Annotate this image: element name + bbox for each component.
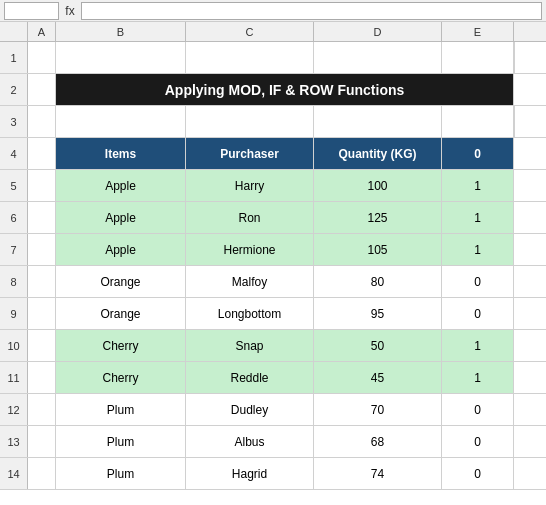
data-cell-0[interactable]: Plum <box>56 426 186 457</box>
row-number: 8 <box>0 266 28 297</box>
table-row: 5AppleHarry1001 <box>0 170 546 202</box>
row-number: 14 <box>0 458 28 489</box>
data-cell-2[interactable]: 105 <box>314 234 442 265</box>
formula-bar[interactable] <box>81 2 542 20</box>
data-cell-1[interactable] <box>186 106 314 137</box>
corner-header <box>0 22 28 41</box>
data-cell-3[interactable]: 0 <box>442 458 514 489</box>
data-cell-0[interactable]: Apple <box>56 170 186 201</box>
col-header-d: D <box>314 22 442 41</box>
data-cell-4[interactable] <box>514 42 515 73</box>
table-row: 10CherrySnap501 <box>0 330 546 362</box>
data-cell-1[interactable]: Ron <box>186 202 314 233</box>
data-cell-1[interactable] <box>186 42 314 73</box>
cell-a[interactable] <box>28 42 56 73</box>
cell-a[interactable] <box>28 234 56 265</box>
header-cell-0: Items <box>56 138 186 169</box>
data-cell-0[interactable]: Orange <box>56 298 186 329</box>
data-cell-2[interactable]: 80 <box>314 266 442 297</box>
data-cell-2[interactable] <box>314 42 442 73</box>
data-cell-1[interactable]: Malfoy <box>186 266 314 297</box>
data-cell-3[interactable] <box>442 106 514 137</box>
row-number: 11 <box>0 362 28 393</box>
table-row: 1 <box>0 42 546 74</box>
data-cell-0[interactable]: Apple <box>56 202 186 233</box>
table-row: 14PlumHagrid740 <box>0 458 546 490</box>
col-header-a: A <box>28 22 56 41</box>
data-cell-1[interactable]: Reddle <box>186 362 314 393</box>
data-cell-2[interactable]: 100 <box>314 170 442 201</box>
cell-a[interactable] <box>28 266 56 297</box>
header-cell-1: Purchaser <box>186 138 314 169</box>
table-row: 9OrangeLongbottom950 <box>0 298 546 330</box>
data-cell-3[interactable]: 1 <box>442 330 514 361</box>
data-cell-4[interactable] <box>514 106 515 137</box>
data-cell-2[interactable]: 50 <box>314 330 442 361</box>
col-header-e: E <box>442 22 514 41</box>
data-cell-2[interactable]: 74 <box>314 458 442 489</box>
data-cell-3[interactable]: 1 <box>442 170 514 201</box>
cell-a[interactable] <box>28 170 56 201</box>
data-cell-0[interactable]: Apple <box>56 234 186 265</box>
cell-a[interactable] <box>28 458 56 489</box>
data-cell-0[interactable]: Plum <box>56 394 186 425</box>
row-number: 13 <box>0 426 28 457</box>
data-cell-1[interactable]: Hermione <box>186 234 314 265</box>
data-cell-3[interactable]: 0 <box>442 394 514 425</box>
data-cell-3[interactable]: 1 <box>442 202 514 233</box>
fx-icon: fx <box>63 4 77 18</box>
row-number: 6 <box>0 202 28 233</box>
data-cell-2[interactable]: 68 <box>314 426 442 457</box>
cell-a[interactable] <box>28 202 56 233</box>
data-cell-1[interactable]: Dudley <box>186 394 314 425</box>
row-number: 1 <box>0 42 28 73</box>
data-cell-3[interactable]: 1 <box>442 234 514 265</box>
cell-a[interactable] <box>28 106 56 137</box>
cell-a[interactable] <box>28 298 56 329</box>
data-cell-3[interactable] <box>442 42 514 73</box>
table-row: 3 <box>0 106 546 138</box>
data-cell-1[interactable]: Albus <box>186 426 314 457</box>
row-number: 9 <box>0 298 28 329</box>
cell-a[interactable] <box>28 426 56 457</box>
data-cell-1[interactable]: Hagrid <box>186 458 314 489</box>
data-cell-2[interactable]: 95 <box>314 298 442 329</box>
data-cell-1[interactable]: Harry <box>186 170 314 201</box>
table-row: 11CherryReddle451 <box>0 362 546 394</box>
cell-a[interactable] <box>28 138 56 169</box>
data-cell-2[interactable]: 45 <box>314 362 442 393</box>
row-number: 5 <box>0 170 28 201</box>
cell-a[interactable] <box>28 74 56 105</box>
table-row: 6AppleRon1251 <box>0 202 546 234</box>
header-cell-3: 0 <box>442 138 514 169</box>
data-cell-1[interactable]: Longbottom <box>186 298 314 329</box>
row-number: 7 <box>0 234 28 265</box>
table-row: 12PlumDudley700 <box>0 394 546 426</box>
col-header-b: B <box>56 22 186 41</box>
data-cell-2[interactable] <box>314 106 442 137</box>
data-cell-0[interactable]: Orange <box>56 266 186 297</box>
header-cell-2: Quantity (KG) <box>314 138 442 169</box>
table-row: 13PlumAlbus680 <box>0 426 546 458</box>
data-cell-3[interactable]: 0 <box>442 426 514 457</box>
table-row: 2Applying MOD, IF & ROW Functions <box>0 74 546 106</box>
data-cell-3[interactable]: 0 <box>442 298 514 329</box>
data-cell-3[interactable]: 0 <box>442 266 514 297</box>
data-cell-0[interactable] <box>56 42 186 73</box>
cell-a[interactable] <box>28 330 56 361</box>
cell-a[interactable] <box>28 394 56 425</box>
data-cell-0[interactable]: Cherry <box>56 362 186 393</box>
data-cell-0[interactable] <box>56 106 186 137</box>
data-cell-2[interactable]: 125 <box>314 202 442 233</box>
data-cell-2[interactable]: 70 <box>314 394 442 425</box>
grid: 12Applying MOD, IF & ROW Functions34Item… <box>0 42 546 505</box>
row-number: 12 <box>0 394 28 425</box>
name-box[interactable] <box>4 2 59 20</box>
data-cell-0[interactable]: Plum <box>56 458 186 489</box>
data-cell-3[interactable]: 1 <box>442 362 514 393</box>
data-cell-0[interactable]: Cherry <box>56 330 186 361</box>
column-headers: A B C D E <box>0 22 546 42</box>
cell-a[interactable] <box>28 362 56 393</box>
col-header-c: C <box>186 22 314 41</box>
data-cell-1[interactable]: Snap <box>186 330 314 361</box>
